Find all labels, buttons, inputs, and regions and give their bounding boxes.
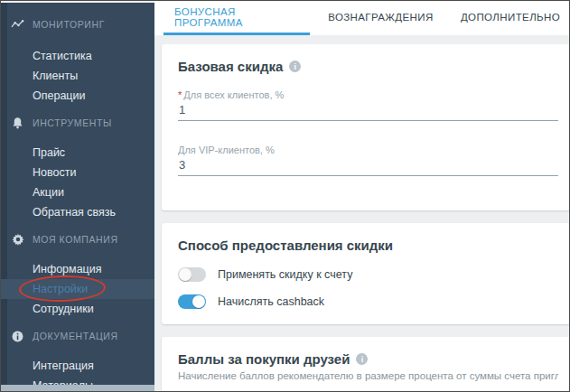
field-label: Для VIP-клиентов, %	[178, 145, 558, 155]
tab-bar: БОНУСНАЯ ПРОГРАММА ВОЗНАГРАЖДЕНИЯ ДОПОЛН…	[154, 1, 569, 35]
card-title-text: Базовая скидка	[178, 59, 283, 74]
field-vip-clients: Для VIP-клиентов, % 3	[178, 145, 558, 176]
toggle-row-cashback: Начислять cashback	[178, 294, 558, 309]
toggle-label: Начислять cashback	[218, 295, 324, 308]
card-title: Баллы за покупки друзей i	[178, 351, 558, 367]
sidebar-section-my-company: МОЯ КОМПАНИЯ	[1, 230, 154, 248]
card-discount-method: Способ предоставления скидки Применять с…	[162, 223, 570, 324]
apply-discount-toggle[interactable]	[178, 267, 206, 282]
card-title: Способ предоставления скидки	[178, 238, 558, 253]
tab-bonus-program[interactable]: БОНУСНАЯ ПРОГРАММА	[164, 1, 310, 35]
sidebar-item-feedback[interactable]: Обратная связь	[1, 202, 154, 222]
card-description: Начисление баллов рекомендателю в размер…	[178, 370, 558, 381]
bell-icon	[11, 117, 24, 130]
sidebar-item-price[interactable]: Прайс	[1, 143, 154, 163]
activity-icon	[11, 18, 24, 32]
toggle-row-apply-discount: Применять скидку к счету	[178, 267, 558, 282]
all-clients-discount-input[interactable]: 1	[178, 100, 558, 121]
sidebar-item-promotions[interactable]: Акции	[1, 182, 154, 202]
field-label: *Для всех клиентов, %	[178, 89, 558, 100]
sidebar-item-employees[interactable]: Сотрудники	[1, 299, 154, 319]
toggle-label: Применять скидку к счету	[218, 268, 352, 281]
sidebar-item-settings[interactable]: Настройки	[1, 279, 154, 299]
info-icon	[11, 330, 24, 343]
sidebar-section-label: ДОКУМЕНТАЦИЯ	[33, 331, 118, 341]
app-window: МОНИТОРИНГ Статистика Клиенты Операции И…	[0, 0, 570, 392]
gear-icon	[11, 233, 24, 247]
sidebar-item-statistics[interactable]: Статистика	[1, 46, 154, 66]
sidebar-section-tools: ИНСТРУМЕНТЫ	[1, 114, 154, 132]
sidebar-item-operations[interactable]: Операции	[1, 86, 154, 106]
main-content: БОНУСНАЯ ПРОГРАММА ВОЗНАГРАЖДЕНИЯ ДОПОЛН…	[154, 1, 569, 391]
toggle-knob	[192, 295, 205, 308]
card-friend-points: Баллы за покупки друзей i Начисление бал…	[162, 337, 570, 392]
card-base-discount: Базовая скидка i *Для всех клиентов, % 1…	[162, 44, 570, 210]
sidebar-item-information[interactable]: Информация	[1, 259, 154, 279]
sidebar: МОНИТОРИНГ Статистика Клиенты Операции И…	[1, 3, 154, 387]
vip-clients-discount-input[interactable]: 3	[178, 155, 558, 176]
required-marker: *	[178, 89, 182, 100]
info-icon[interactable]: i	[289, 61, 301, 72]
card-title: Базовая скидка i	[178, 59, 558, 74]
sidebar-section-label: МОНИТОРИНГ	[33, 19, 105, 30]
info-icon[interactable]: i	[356, 353, 368, 365]
card-title-text: Способ предоставления скидки	[178, 238, 393, 253]
toggle-knob	[179, 268, 192, 281]
sidebar-section-label: МОЯ КОМПАНИЯ	[33, 234, 118, 245]
sidebar-item-integration[interactable]: Интеграция	[1, 356, 154, 376]
sidebar-section-documentation: ДОКУМЕНТАЦИЯ	[1, 327, 154, 345]
sidebar-section-monitoring: МОНИТОРИНГ	[1, 15, 154, 33]
tab-additional[interactable]: ДОПОЛНИТЕЛЬНО	[452, 1, 569, 35]
card-title-text: Баллы за покупки друзей	[178, 351, 350, 367]
sidebar-item-label: Настройки	[33, 283, 88, 295]
sidebar-item-clients[interactable]: Клиенты	[1, 66, 154, 86]
sidebar-item-news[interactable]: Новости	[1, 163, 154, 182]
field-all-clients: *Для всех клиентов, % 1	[178, 89, 558, 121]
sidebar-scrollbar[interactable]	[1, 385, 154, 391]
cashback-toggle[interactable]	[178, 294, 206, 309]
sidebar-section-label: ИНСТРУМЕНТЫ	[33, 117, 112, 128]
tab-rewards[interactable]: ВОЗНАГРАЖДЕНИЯ	[321, 1, 441, 35]
